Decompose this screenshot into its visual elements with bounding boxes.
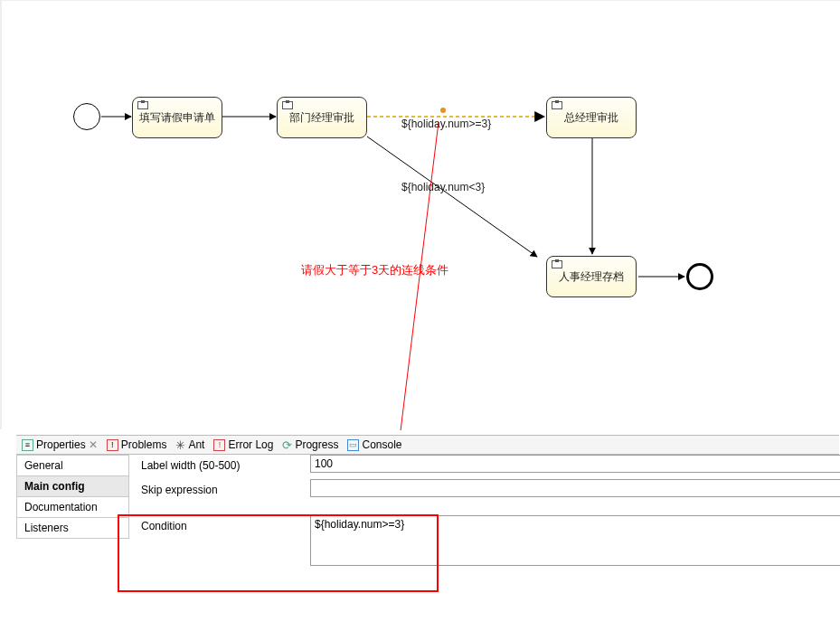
ant-icon: ✳	[175, 438, 185, 452]
tab-progress[interactable]: ⟳ Progress	[282, 438, 338, 452]
label-width-input[interactable]	[310, 455, 840, 473]
task-label: 总经理审批	[564, 110, 618, 126]
problems-icon: !	[107, 439, 118, 451]
task-fill-form[interactable]: 填写请假申请单	[132, 97, 222, 138]
task-gm-approve[interactable]: 总经理审批	[546, 97, 637, 138]
condition-input[interactable]	[310, 515, 840, 566]
task-hr-archive[interactable]: 人事经理存档	[546, 256, 637, 297]
user-task-icon	[282, 101, 293, 109]
skip-expression-input[interactable]	[310, 479, 840, 497]
bendpoint-handle[interactable]	[440, 108, 446, 113]
sidetab-general[interactable]: General	[16, 455, 129, 475]
label-width-label: Label width (50-500)	[134, 455, 310, 476]
properties-form: Label width (50-500) Skip expression Con…	[134, 455, 840, 569]
properties-side-tabs: General Main config Documentation Listen…	[16, 455, 129, 539]
tab-label: Error Log	[228, 438, 273, 451]
errorlog-icon: !	[213, 439, 225, 451]
tab-problems[interactable]: ! Problems	[107, 438, 167, 451]
tab-label: Properties	[36, 438, 86, 451]
task-label: 填写请假申请单	[139, 110, 215, 126]
skip-expression-label: Skip expression	[134, 479, 310, 501]
sidetab-listeners[interactable]: Listeners	[16, 517, 129, 539]
flow-edges	[20, 1, 840, 430]
tab-label: Ant	[188, 438, 204, 451]
tab-console[interactable]: ▭ Console	[347, 438, 401, 451]
edge-t2-t4[interactable]	[367, 136, 537, 257]
user-task-icon	[552, 260, 562, 268]
task-label: 部门经理审批	[289, 110, 354, 126]
views-tabbar: ≡ Properties ✕ ! Problems ✳ Ant ! Error …	[16, 435, 839, 455]
start-event[interactable]	[73, 103, 100, 130]
condition-label: Condition	[134, 515, 310, 537]
end-event[interactable]	[686, 263, 713, 290]
task-label: 人事经理存档	[559, 269, 624, 285]
progress-icon: ⟳	[282, 438, 292, 452]
properties-icon: ≡	[22, 439, 33, 451]
user-task-icon	[137, 101, 148, 109]
close-icon[interactable]: ✕	[89, 438, 98, 451]
edge-label-lt3[interactable]: ${holiday.num<3}	[401, 181, 485, 193]
tab-errorlog[interactable]: ! Error Log	[213, 438, 273, 451]
sidetab-documentation[interactable]: Documentation	[16, 496, 129, 517]
diagram-canvas[interactable]: 填写请假申请单 部门经理审批 总经理审批 人事经理存档 ${holiday.nu…	[0, 0, 840, 429]
tab-label: Problems	[121, 438, 167, 451]
task-dept-approve[interactable]: 部门经理审批	[277, 97, 367, 138]
tab-properties[interactable]: ≡ Properties ✕	[22, 438, 98, 451]
sidetab-main-config[interactable]: Main config	[16, 475, 129, 496]
edge-label-ge3[interactable]: ${holiday.num>=3}	[401, 118, 491, 130]
annotation-text: 请假大于等于3天的连线条件	[301, 262, 448, 278]
tab-ant[interactable]: ✳ Ant	[175, 438, 204, 452]
tab-label: Progress	[295, 438, 338, 451]
console-icon: ▭	[347, 439, 359, 451]
user-task-icon	[552, 101, 562, 109]
tab-label: Console	[362, 438, 401, 451]
